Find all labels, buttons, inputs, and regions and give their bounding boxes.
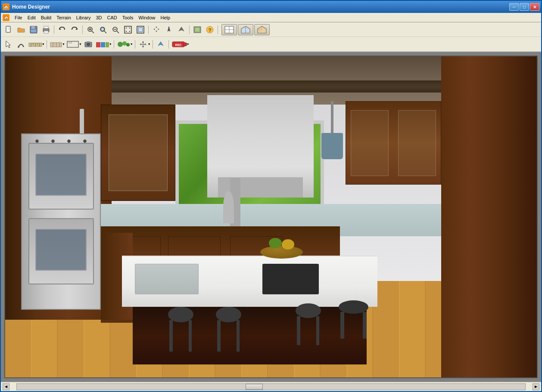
stool-3 bbox=[292, 303, 324, 345]
svg-rect-23 bbox=[138, 28, 143, 32]
scroll-left-button[interactable]: ◀ bbox=[3, 383, 9, 390]
home-btn-1[interactable] bbox=[221, 24, 237, 35]
svg-marker-39 bbox=[6, 41, 10, 48]
zoom-out-button[interactable] bbox=[109, 24, 121, 35]
menu-library[interactable]: Library bbox=[74, 14, 93, 21]
svg-text:?: ? bbox=[209, 28, 212, 33]
svg-rect-55 bbox=[87, 41, 90, 43]
record-button[interactable]: REC bbox=[171, 39, 188, 50]
camera-button[interactable] bbox=[82, 39, 94, 50]
stool-2 bbox=[212, 307, 244, 352]
up-tools bbox=[155, 39, 167, 50]
svg-point-40 bbox=[18, 46, 19, 48]
title-bar-controls: ─ □ ✕ bbox=[509, 3, 539, 11]
redo-button[interactable] bbox=[69, 24, 81, 35]
move-dropdown[interactable]: ▼ bbox=[148, 43, 151, 46]
viewport[interactable] bbox=[4, 56, 538, 378]
svg-rect-5 bbox=[31, 30, 36, 32]
build-tools: ▼ ▼ ▼ bbox=[49, 39, 112, 50]
main-window: 🏠 Home Designer ─ □ ✕ 🏠 File Edit Build … bbox=[0, 0, 542, 392]
ruler-button[interactable] bbox=[28, 39, 43, 50]
menu-3d[interactable]: 3D bbox=[93, 14, 104, 21]
help-button[interactable]: ? bbox=[204, 24, 216, 35]
svg-point-59 bbox=[118, 42, 123, 47]
room-dropdown[interactable]: ▼ bbox=[79, 43, 82, 46]
move-button[interactable] bbox=[137, 39, 149, 50]
sep9 bbox=[153, 40, 153, 49]
home-icons-group bbox=[221, 24, 270, 35]
upper-cabinets-left bbox=[101, 105, 175, 201]
svg-text:REC: REC bbox=[175, 43, 181, 46]
home-btn-2[interactable] bbox=[238, 24, 253, 35]
close-button[interactable]: ✕ bbox=[530, 3, 539, 11]
horizontal-scrollbar[interactable] bbox=[16, 383, 526, 390]
menu-build[interactable]: Build bbox=[38, 14, 54, 21]
svg-marker-37 bbox=[258, 26, 266, 33]
svg-line-12 bbox=[92, 31, 94, 33]
menu-terrain[interactable]: Terrain bbox=[54, 14, 74, 21]
zoom-in-button[interactable] bbox=[84, 24, 97, 35]
pan-tools bbox=[150, 24, 187, 35]
svg-marker-25 bbox=[178, 27, 184, 31]
home-btn-3[interactable] bbox=[254, 24, 270, 35]
menu-edit[interactable]: Edit bbox=[25, 14, 38, 21]
ruler-dropdown[interactable]: ▼ bbox=[42, 43, 45, 46]
object-list-button[interactable] bbox=[191, 24, 203, 35]
menu-window[interactable]: Window bbox=[136, 14, 158, 21]
plant-tools: ▼ bbox=[116, 39, 133, 50]
svg-marker-24 bbox=[168, 26, 170, 31]
zoom-window-button[interactable] bbox=[97, 24, 109, 35]
arc-button[interactable] bbox=[15, 39, 27, 50]
svg-point-61 bbox=[126, 43, 130, 46]
room-button[interactable] bbox=[65, 39, 80, 50]
sep7 bbox=[114, 40, 114, 49]
svg-rect-17 bbox=[101, 28, 104, 31]
svg-marker-62 bbox=[158, 41, 164, 46]
maximize-button[interactable]: □ bbox=[520, 3, 529, 11]
zoom-tools bbox=[84, 24, 146, 35]
sep2 bbox=[82, 25, 83, 34]
nav-tools: ▼ bbox=[137, 39, 151, 50]
walls-dropdown[interactable]: ▼ bbox=[62, 43, 65, 46]
save-button[interactable] bbox=[28, 24, 40, 35]
scroll-right-button[interactable]: ▶ bbox=[533, 383, 539, 390]
walls-button[interactable] bbox=[49, 39, 63, 50]
menu-cad[interactable]: CAD bbox=[104, 14, 119, 21]
paint-button[interactable] bbox=[95, 39, 110, 50]
paint-dropdown[interactable]: ▼ bbox=[109, 43, 112, 46]
open-button[interactable] bbox=[15, 24, 27, 35]
up-arrow-button[interactable] bbox=[175, 24, 187, 35]
terrain-dropdown[interactable]: ▼ bbox=[130, 43, 133, 46]
menu-file[interactable]: File bbox=[12, 14, 25, 21]
upper-cabinets-right bbox=[346, 101, 441, 185]
fit-page-button[interactable] bbox=[134, 24, 146, 35]
fit-button[interactable] bbox=[122, 24, 134, 35]
svg-point-38 bbox=[259, 28, 262, 30]
status-bar: ◀ ▶ bbox=[1, 382, 541, 391]
undo-button[interactable] bbox=[56, 24, 68, 35]
sep8 bbox=[135, 40, 135, 49]
object-tools: ? bbox=[191, 24, 216, 35]
menu-tools[interactable]: Tools bbox=[120, 14, 136, 21]
hood bbox=[207, 95, 314, 198]
terrain-button[interactable] bbox=[116, 39, 131, 50]
menu-help[interactable]: Help bbox=[158, 14, 173, 21]
scrollbar-thumb[interactable] bbox=[246, 384, 263, 390]
new-button[interactable] bbox=[3, 24, 15, 35]
viewport-container bbox=[1, 52, 541, 382]
toolbar-area: ? bbox=[1, 22, 541, 52]
island-top bbox=[122, 256, 377, 307]
svg-rect-21 bbox=[125, 26, 131, 33]
up-button[interactable] bbox=[155, 39, 167, 50]
record-dropdown[interactable]: ▼ bbox=[187, 43, 190, 46]
menu-app-icon: 🏠 bbox=[3, 14, 9, 21]
fruit-bowl bbox=[260, 246, 303, 259]
print-button[interactable] bbox=[40, 24, 52, 35]
window-title: Home Designer bbox=[12, 4, 50, 10]
pointer-up-button[interactable] bbox=[163, 24, 175, 35]
sep1 bbox=[54, 25, 54, 34]
select-button[interactable] bbox=[3, 39, 15, 50]
minimize-button[interactable]: ─ bbox=[509, 3, 519, 11]
pan-button[interactable] bbox=[150, 24, 162, 35]
svg-rect-57 bbox=[101, 42, 105, 47]
